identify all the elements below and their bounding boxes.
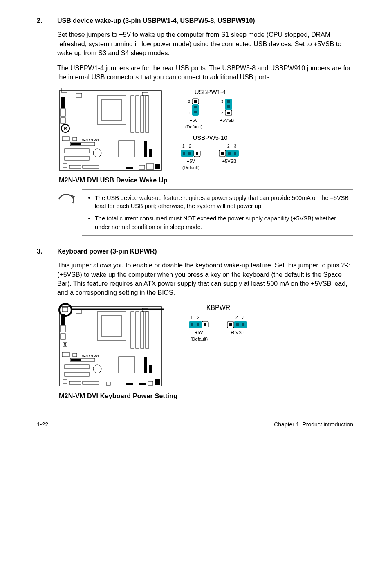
svg-rect-67 [101,316,122,336]
section-title: USB device wake-up (3-pin USBPW1-4, USBP… [57,16,255,25]
note-item: • The total current consumed must NOT ex… [83,214,352,231]
svg-rect-31 [155,164,160,169]
jumper-title: KBPWR [188,303,249,312]
svg-rect-11 [141,96,144,132]
svg-rect-29 [139,165,145,169]
svg-rect-83 [144,357,147,373]
svg-rect-4 [61,97,65,108]
svg-rect-0 [59,91,161,170]
svg-rect-45 [227,112,230,114]
section-usb-wakeup: 2. USB device wake-up (3-pin USBPW1-4, U… [37,16,353,236]
svg-rect-65 [61,334,65,339]
svg-rect-26 [69,165,81,168]
svg-rect-71 [146,312,149,348]
usb-diagram: R M2N-VM DVI [57,88,353,185]
svg-rect-102 [242,323,244,326]
svg-rect-15 [62,137,69,141]
jumper-pos-alt: 2 3 +5VSB [218,144,240,164]
svg-rect-97 [204,323,206,326]
svg-rect-42 [227,100,230,103]
svg-point-81 [93,365,101,373]
svg-rect-84 [149,365,152,373]
svg-rect-27 [83,165,99,168]
jumper-pos-default: 2 1 +5V (Default) [185,98,202,130]
svg-rect-5 [61,109,65,116]
jumper-pos-default: 1 2 +5V (Default) [180,144,202,171]
svg-rect-79 [65,365,89,369]
svg-rect-30 [146,164,154,169]
svg-rect-1 [61,88,67,92]
svg-rect-37 [194,106,197,108]
svg-rect-46 [181,150,194,157]
svg-rect-22 [119,141,135,157]
svg-rect-91 [148,381,153,385]
svg-rect-9 [131,96,134,132]
chapter-label: Chapter 1: Product introduction [274,421,353,429]
svg-text:R: R [64,343,67,347]
svg-rect-2 [76,93,82,97]
svg-rect-52 [221,152,224,155]
svg-rect-25 [63,164,67,168]
svg-rect-82 [119,357,135,373]
svg-rect-24 [149,149,152,157]
svg-text:2: 2 [188,99,190,103]
svg-rect-38 [194,111,197,113]
paragraph: The USBPW1-4 jumpers are for the rear US… [57,64,353,82]
bullet-icon: • [83,214,95,231]
svg-rect-43 [227,105,230,108]
svg-text:3: 3 [221,99,223,103]
svg-rect-93 [189,321,202,328]
board-label: M2N-VM DVI [82,138,99,141]
svg-rect-92 [155,379,160,385]
svg-rect-94 [191,323,193,326]
jumper-pos-alt: 3 2 +5VSB [219,98,235,130]
section-number: 3. [37,247,57,256]
svg-rect-85 [63,379,67,384]
heading-row: 3. Keyboard power (3-pin KBPWR) [37,247,353,256]
svg-rect-16 [73,137,77,141]
svg-rect-100 [234,321,247,328]
jumper-pos-default: 1 2 +5V (Default) [188,315,210,342]
note-icon [57,189,82,208]
motherboard-icon: R M2N-VM DVI [57,303,164,389]
svg-rect-55 [234,152,236,155]
svg-rect-53 [226,150,239,157]
svg-rect-90 [139,383,146,385]
svg-rect-10 [136,96,139,132]
svg-rect-95 [197,323,199,326]
paragraph: This jumper allows you to enable or disa… [57,261,353,298]
svg-rect-56 [59,307,161,386]
diagram-caption: M2N-VM DVI USB Device Wake Up [59,176,353,185]
svg-rect-20 [65,156,89,160]
svg-point-21 [93,149,101,157]
paragraph: Set these jumpers to +5V to wake up the … [57,30,353,58]
svg-rect-74 [62,352,69,357]
svg-rect-86 [69,381,81,384]
svg-text:M2N-VM DVI: M2N-VM DVI [82,354,99,357]
svg-rect-101 [236,323,239,326]
svg-rect-48 [188,152,191,155]
svg-rect-12 [146,96,149,132]
jumper-group-title: USBPW1-4 [180,88,240,96]
note-item: • The USB device wake-up feature require… [83,194,352,211]
kbpwr-diagram: R M2N-VM DVI [57,303,353,401]
svg-rect-23 [144,141,147,157]
svg-rect-89 [126,383,133,385]
svg-rect-68 [131,312,134,348]
svg-rect-70 [141,312,144,348]
svg-rect-88 [106,382,110,385]
svg-rect-63 [61,314,65,325]
heading-row: 2. USB device wake-up (3-pin USBPW1-4, U… [37,16,353,25]
svg-rect-75 [73,353,77,357]
svg-rect-50 [196,152,198,155]
svg-rect-64 [61,325,65,332]
bullet-icon: • [83,194,95,211]
page-number: 1-22 [37,421,48,429]
svg-rect-35 [194,100,197,103]
svg-rect-78 [71,359,81,361]
svg-text:1: 1 [188,111,190,115]
svg-rect-3 [142,92,148,96]
svg-rect-54 [228,152,231,155]
svg-rect-6 [61,118,65,123]
svg-text:2: 2 [221,111,223,115]
